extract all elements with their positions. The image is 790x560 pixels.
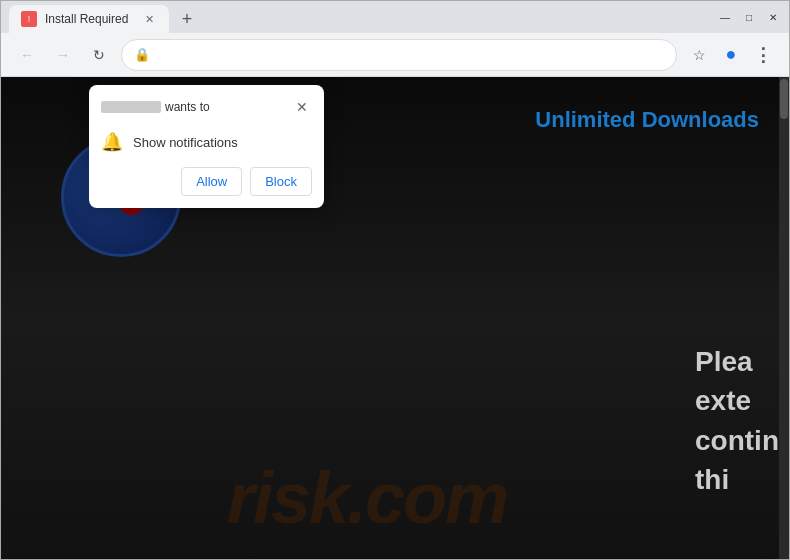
lock-icon: 🔒 (134, 47, 150, 62)
nav-bar: ← → ↻ 🔒 ☆ ● ⋮ (1, 33, 789, 77)
popup-site-info: wants to (101, 100, 210, 114)
title-bar: ! Install Required ✕ + — □ ✕ (1, 1, 789, 33)
maximize-button[interactable]: □ (741, 9, 757, 25)
reload-button[interactable]: ↻ (85, 41, 113, 69)
tab-favicon: ! (21, 11, 37, 27)
watermark-text: risk.com (227, 457, 507, 539)
popup-body: 🔔 Show notifications Allow Block (89, 121, 324, 208)
wants-to-text: wants to (165, 100, 210, 114)
please-line-3: contin (695, 421, 779, 460)
new-tab-button[interactable]: + (173, 5, 201, 33)
page-content: Unlimited Downloads risk.com Plea exte c… (1, 77, 789, 559)
window-controls: — □ ✕ (717, 9, 781, 25)
nav-actions: ☆ ● ⋮ (685, 41, 777, 69)
scrollbar-thumb[interactable] (780, 79, 788, 119)
address-bar[interactable]: 🔒 (121, 39, 677, 71)
minimize-button[interactable]: — (717, 9, 733, 25)
menu-button[interactable]: ⋮ (749, 41, 777, 69)
popup-close-button[interactable]: ✕ (292, 97, 312, 117)
bell-icon: 🔔 (101, 131, 123, 153)
tab-title: Install Required (45, 12, 133, 26)
browser-window: ! Install Required ✕ + — □ ✕ ← (0, 0, 790, 560)
favicon-icon: ! (28, 14, 31, 24)
notification-row: 🔔 Show notifications (101, 127, 312, 163)
tab-bar: ! Install Required ✕ + (9, 1, 709, 33)
please-text: Plea exte contin thi (695, 342, 789, 499)
site-name-blur (101, 101, 161, 113)
active-tab[interactable]: ! Install Required ✕ (9, 5, 169, 33)
tab-close-button[interactable]: ✕ (141, 11, 157, 27)
show-notifications-text: Show notifications (133, 135, 238, 150)
back-button[interactable]: ← (13, 41, 41, 69)
popup-buttons: Allow Block (101, 163, 312, 196)
popup-header: wants to ✕ (89, 85, 324, 121)
please-line-4: thi (695, 460, 779, 499)
page-header-text: Unlimited Downloads (535, 107, 759, 133)
please-line-2: exte (695, 381, 779, 420)
forward-button[interactable]: → (49, 41, 77, 69)
scrollbar[interactable] (779, 77, 789, 559)
close-button[interactable]: ✕ (765, 9, 781, 25)
allow-button[interactable]: Allow (181, 167, 242, 196)
profile-button[interactable]: ● (717, 41, 745, 69)
block-button[interactable]: Block (250, 167, 312, 196)
bookmark-button[interactable]: ☆ (685, 41, 713, 69)
notification-popup: wants to ✕ 🔔 Show notifications Allow Bl… (89, 85, 324, 208)
please-line-1: Plea (695, 342, 779, 381)
